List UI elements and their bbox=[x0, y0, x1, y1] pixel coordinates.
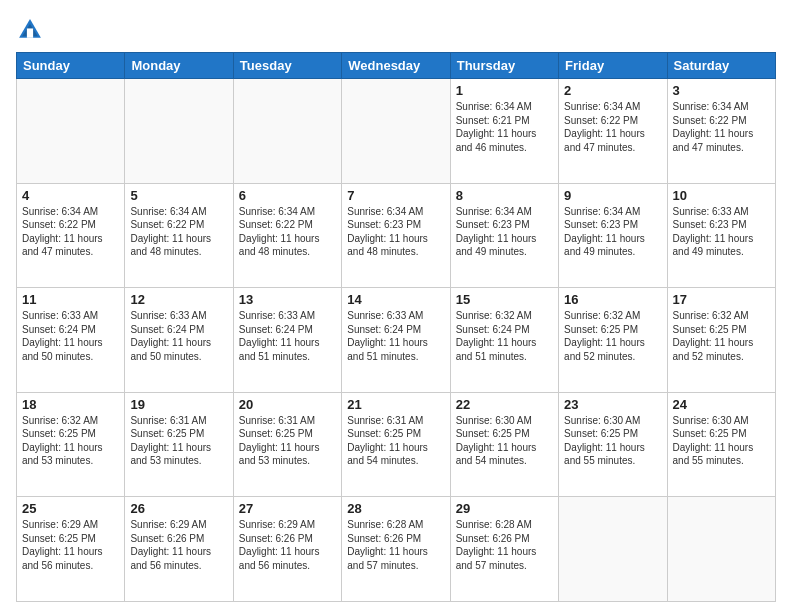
day-info: Sunrise: 6:34 AM Sunset: 6:21 PM Dayligh… bbox=[456, 100, 553, 154]
day-number: 25 bbox=[22, 501, 119, 516]
calendar-day-header: Sunday bbox=[17, 53, 125, 79]
calendar-cell: 24Sunrise: 6:30 AM Sunset: 6:25 PM Dayli… bbox=[667, 392, 775, 497]
day-info: Sunrise: 6:29 AM Sunset: 6:26 PM Dayligh… bbox=[130, 518, 227, 572]
calendar-cell: 12Sunrise: 6:33 AM Sunset: 6:24 PM Dayli… bbox=[125, 288, 233, 393]
day-info: Sunrise: 6:31 AM Sunset: 6:25 PM Dayligh… bbox=[130, 414, 227, 468]
calendar-table: SundayMondayTuesdayWednesdayThursdayFrid… bbox=[16, 52, 776, 602]
day-number: 26 bbox=[130, 501, 227, 516]
day-number: 29 bbox=[456, 501, 553, 516]
day-number: 5 bbox=[130, 188, 227, 203]
day-number: 16 bbox=[564, 292, 661, 307]
svg-rect-2 bbox=[27, 28, 33, 37]
calendar-cell: 6Sunrise: 6:34 AM Sunset: 6:22 PM Daylig… bbox=[233, 183, 341, 288]
day-info: Sunrise: 6:33 AM Sunset: 6:24 PM Dayligh… bbox=[130, 309, 227, 363]
calendar-cell: 9Sunrise: 6:34 AM Sunset: 6:23 PM Daylig… bbox=[559, 183, 667, 288]
day-info: Sunrise: 6:28 AM Sunset: 6:26 PM Dayligh… bbox=[347, 518, 444, 572]
day-number: 28 bbox=[347, 501, 444, 516]
calendar-cell: 13Sunrise: 6:33 AM Sunset: 6:24 PM Dayli… bbox=[233, 288, 341, 393]
calendar-cell: 8Sunrise: 6:34 AM Sunset: 6:23 PM Daylig… bbox=[450, 183, 558, 288]
calendar-cell: 17Sunrise: 6:32 AM Sunset: 6:25 PM Dayli… bbox=[667, 288, 775, 393]
calendar-cell bbox=[233, 79, 341, 184]
calendar-cell: 11Sunrise: 6:33 AM Sunset: 6:24 PM Dayli… bbox=[17, 288, 125, 393]
day-info: Sunrise: 6:32 AM Sunset: 6:25 PM Dayligh… bbox=[22, 414, 119, 468]
day-info: Sunrise: 6:34 AM Sunset: 6:22 PM Dayligh… bbox=[564, 100, 661, 154]
day-number: 2 bbox=[564, 83, 661, 98]
day-number: 18 bbox=[22, 397, 119, 412]
calendar-cell bbox=[125, 79, 233, 184]
calendar-cell: 16Sunrise: 6:32 AM Sunset: 6:25 PM Dayli… bbox=[559, 288, 667, 393]
day-number: 23 bbox=[564, 397, 661, 412]
calendar-cell: 14Sunrise: 6:33 AM Sunset: 6:24 PM Dayli… bbox=[342, 288, 450, 393]
day-info: Sunrise: 6:33 AM Sunset: 6:24 PM Dayligh… bbox=[239, 309, 336, 363]
calendar-day-header: Monday bbox=[125, 53, 233, 79]
day-number: 13 bbox=[239, 292, 336, 307]
day-info: Sunrise: 6:32 AM Sunset: 6:24 PM Dayligh… bbox=[456, 309, 553, 363]
calendar-day-header: Wednesday bbox=[342, 53, 450, 79]
calendar-cell: 18Sunrise: 6:32 AM Sunset: 6:25 PM Dayli… bbox=[17, 392, 125, 497]
calendar-cell: 3Sunrise: 6:34 AM Sunset: 6:22 PM Daylig… bbox=[667, 79, 775, 184]
calendar-cell: 23Sunrise: 6:30 AM Sunset: 6:25 PM Dayli… bbox=[559, 392, 667, 497]
day-info: Sunrise: 6:30 AM Sunset: 6:25 PM Dayligh… bbox=[456, 414, 553, 468]
day-info: Sunrise: 6:33 AM Sunset: 6:24 PM Dayligh… bbox=[347, 309, 444, 363]
calendar-cell bbox=[559, 497, 667, 602]
calendar-week-row: 4Sunrise: 6:34 AM Sunset: 6:22 PM Daylig… bbox=[17, 183, 776, 288]
calendar-week-row: 11Sunrise: 6:33 AM Sunset: 6:24 PM Dayli… bbox=[17, 288, 776, 393]
day-info: Sunrise: 6:32 AM Sunset: 6:25 PM Dayligh… bbox=[673, 309, 770, 363]
page: SundayMondayTuesdayWednesdayThursdayFrid… bbox=[0, 0, 792, 612]
calendar-cell: 5Sunrise: 6:34 AM Sunset: 6:22 PM Daylig… bbox=[125, 183, 233, 288]
day-info: Sunrise: 6:29 AM Sunset: 6:26 PM Dayligh… bbox=[239, 518, 336, 572]
calendar-cell bbox=[667, 497, 775, 602]
calendar-week-row: 18Sunrise: 6:32 AM Sunset: 6:25 PM Dayli… bbox=[17, 392, 776, 497]
day-info: Sunrise: 6:33 AM Sunset: 6:23 PM Dayligh… bbox=[673, 205, 770, 259]
calendar-cell: 7Sunrise: 6:34 AM Sunset: 6:23 PM Daylig… bbox=[342, 183, 450, 288]
calendar-cell: 29Sunrise: 6:28 AM Sunset: 6:26 PM Dayli… bbox=[450, 497, 558, 602]
day-info: Sunrise: 6:34 AM Sunset: 6:23 PM Dayligh… bbox=[456, 205, 553, 259]
calendar-cell: 15Sunrise: 6:32 AM Sunset: 6:24 PM Dayli… bbox=[450, 288, 558, 393]
calendar-cell: 26Sunrise: 6:29 AM Sunset: 6:26 PM Dayli… bbox=[125, 497, 233, 602]
header bbox=[16, 16, 776, 44]
calendar-cell: 2Sunrise: 6:34 AM Sunset: 6:22 PM Daylig… bbox=[559, 79, 667, 184]
day-number: 6 bbox=[239, 188, 336, 203]
day-info: Sunrise: 6:30 AM Sunset: 6:25 PM Dayligh… bbox=[673, 414, 770, 468]
calendar-week-row: 1Sunrise: 6:34 AM Sunset: 6:21 PM Daylig… bbox=[17, 79, 776, 184]
calendar-cell: 25Sunrise: 6:29 AM Sunset: 6:25 PM Dayli… bbox=[17, 497, 125, 602]
day-number: 9 bbox=[564, 188, 661, 203]
calendar-header-row: SundayMondayTuesdayWednesdayThursdayFrid… bbox=[17, 53, 776, 79]
day-number: 4 bbox=[22, 188, 119, 203]
calendar-day-header: Friday bbox=[559, 53, 667, 79]
day-info: Sunrise: 6:34 AM Sunset: 6:22 PM Dayligh… bbox=[673, 100, 770, 154]
calendar-cell: 19Sunrise: 6:31 AM Sunset: 6:25 PM Dayli… bbox=[125, 392, 233, 497]
day-number: 12 bbox=[130, 292, 227, 307]
calendar-day-header: Saturday bbox=[667, 53, 775, 79]
day-number: 3 bbox=[673, 83, 770, 98]
day-info: Sunrise: 6:30 AM Sunset: 6:25 PM Dayligh… bbox=[564, 414, 661, 468]
day-number: 14 bbox=[347, 292, 444, 307]
day-number: 15 bbox=[456, 292, 553, 307]
day-info: Sunrise: 6:34 AM Sunset: 6:22 PM Dayligh… bbox=[22, 205, 119, 259]
calendar-day-header: Tuesday bbox=[233, 53, 341, 79]
day-number: 8 bbox=[456, 188, 553, 203]
calendar-cell: 22Sunrise: 6:30 AM Sunset: 6:25 PM Dayli… bbox=[450, 392, 558, 497]
calendar-cell: 21Sunrise: 6:31 AM Sunset: 6:25 PM Dayli… bbox=[342, 392, 450, 497]
logo bbox=[16, 16, 48, 44]
day-info: Sunrise: 6:31 AM Sunset: 6:25 PM Dayligh… bbox=[239, 414, 336, 468]
day-info: Sunrise: 6:31 AM Sunset: 6:25 PM Dayligh… bbox=[347, 414, 444, 468]
calendar-cell bbox=[17, 79, 125, 184]
calendar-cell: 10Sunrise: 6:33 AM Sunset: 6:23 PM Dayli… bbox=[667, 183, 775, 288]
calendar-cell bbox=[342, 79, 450, 184]
logo-icon bbox=[16, 16, 44, 44]
day-number: 7 bbox=[347, 188, 444, 203]
calendar-cell: 4Sunrise: 6:34 AM Sunset: 6:22 PM Daylig… bbox=[17, 183, 125, 288]
day-number: 19 bbox=[130, 397, 227, 412]
day-info: Sunrise: 6:33 AM Sunset: 6:24 PM Dayligh… bbox=[22, 309, 119, 363]
day-info: Sunrise: 6:34 AM Sunset: 6:22 PM Dayligh… bbox=[239, 205, 336, 259]
day-number: 27 bbox=[239, 501, 336, 516]
day-number: 17 bbox=[673, 292, 770, 307]
day-info: Sunrise: 6:34 AM Sunset: 6:23 PM Dayligh… bbox=[564, 205, 661, 259]
calendar-cell: 27Sunrise: 6:29 AM Sunset: 6:26 PM Dayli… bbox=[233, 497, 341, 602]
calendar-cell: 20Sunrise: 6:31 AM Sunset: 6:25 PM Dayli… bbox=[233, 392, 341, 497]
day-number: 20 bbox=[239, 397, 336, 412]
calendar-day-header: Thursday bbox=[450, 53, 558, 79]
day-info: Sunrise: 6:34 AM Sunset: 6:23 PM Dayligh… bbox=[347, 205, 444, 259]
day-info: Sunrise: 6:32 AM Sunset: 6:25 PM Dayligh… bbox=[564, 309, 661, 363]
